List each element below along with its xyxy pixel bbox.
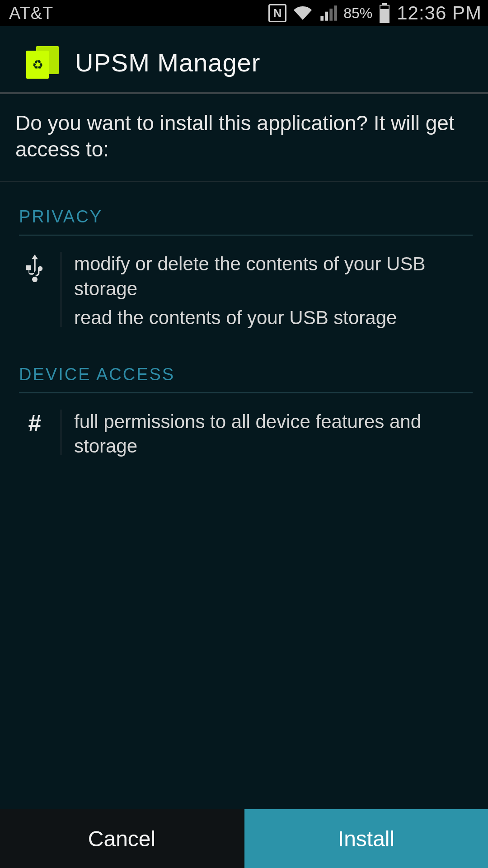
permission-row: # full permissions to all device feature… <box>19 393 473 468</box>
cancel-button[interactable]: Cancel <box>0 809 244 868</box>
divider <box>61 410 61 455</box>
battery-percent: 85% <box>343 5 372 22</box>
status-bar: AT&T N 85% 12:36 PM <box>0 0 488 26</box>
svg-point-1 <box>32 277 38 282</box>
install-prompt: Do you want to install this application?… <box>0 94 488 182</box>
button-bar: Cancel Install <box>0 809 488 868</box>
section-device-access: DEVICE ACCESS # full permissions to all … <box>0 340 488 468</box>
permission-line: full permissions to all device features … <box>74 410 473 459</box>
permission-texts: full permissions to all device features … <box>74 410 473 459</box>
status-right: N 85% 12:36 PM <box>268 2 482 24</box>
battery-icon <box>379 3 390 23</box>
hash-icon: # <box>22 410 48 459</box>
permission-row: modify or delete the contents of your US… <box>19 236 473 340</box>
wifi-icon <box>293 4 313 22</box>
installer-dialog: ♻ UPSM Manager Do you want to install th… <box>0 26 488 868</box>
permission-texts: modify or delete the contents of your US… <box>74 252 473 330</box>
install-button[interactable]: Install <box>244 809 488 868</box>
section-privacy: PRIVACY modify or delete the contents of… <box>0 182 488 340</box>
permissions-content: PRIVACY modify or delete the contents of… <box>0 182 488 809</box>
section-title-device-access: DEVICE ACCESS <box>19 365 473 393</box>
permission-line: modify or delete the contents of your US… <box>74 252 473 301</box>
usb-icon <box>22 252 48 330</box>
nfc-icon: N <box>268 4 286 22</box>
carrier-label: AT&T <box>9 4 53 23</box>
section-title-privacy: PRIVACY <box>19 207 473 236</box>
clock: 12:36 PM <box>397 2 482 24</box>
divider <box>61 252 61 327</box>
permission-line: read the contents of your USB storage <box>74 306 473 330</box>
installer-header: ♻ UPSM Manager <box>0 26 488 94</box>
cell-signal-icon <box>319 4 337 22</box>
app-icon: ♻ <box>26 46 59 79</box>
app-title: UPSM Manager <box>75 48 260 77</box>
